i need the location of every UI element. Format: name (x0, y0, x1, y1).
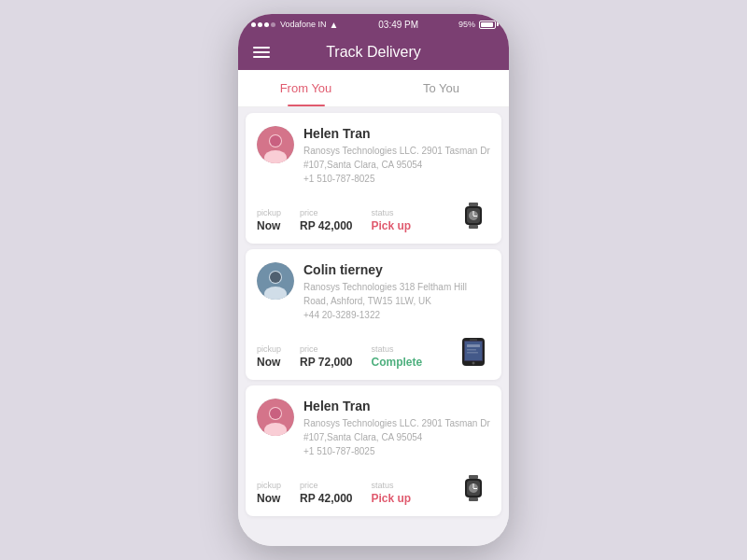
svg-point-14 (270, 272, 281, 283)
contact-address: Ranosys Technologies 318 Feltham Hill Ro… (303, 280, 490, 322)
status-group: status Pick up (372, 208, 412, 232)
svg-point-17 (472, 362, 475, 365)
pickup-group: pickup Now (257, 481, 281, 505)
menu-button[interactable] (253, 47, 270, 58)
price-label: price (300, 208, 353, 217)
status-left: Vodafone IN ▲ (251, 20, 338, 30)
contact-address: Ranosys Technologies LLC. 2901 Tasman Dr… (303, 144, 490, 186)
avatar (257, 399, 294, 436)
svg-rect-28 (469, 497, 478, 501)
pickup-value: Now (257, 492, 281, 505)
avatar (257, 126, 294, 163)
header: Track Delivery (238, 35, 509, 70)
product-icon (457, 335, 490, 369)
signal-dots (251, 22, 275, 27)
delivery-card-0[interactable]: Helen Tran Ranosys Technologies LLC. 290… (246, 113, 501, 244)
price-value: RP 42,000 (300, 219, 353, 232)
svg-point-3 (270, 135, 281, 147)
delivery-card-1[interactable]: Colin tierney Ranosys Technologies 318 F… (246, 249, 501, 380)
pickup-group: pickup Now (257, 208, 281, 232)
card-bottom: pickup Now price RP 42,000 status Pick u… (257, 471, 490, 505)
tab-to-you[interactable]: To You (374, 70, 509, 106)
svg-rect-27 (469, 475, 478, 479)
status-label: status (372, 208, 412, 217)
contact-info: Helen Tran Ranosys Technologies LLC. 290… (303, 399, 490, 458)
pickup-label: pickup (257, 344, 281, 354)
price-group: price RP 42,000 (300, 481, 353, 505)
delivery-card-2[interactable]: Helen Tran Ranosys Technologies LLC. 290… (246, 385, 501, 516)
carrier-label: Vodafone IN (280, 20, 327, 29)
svg-rect-22 (467, 352, 478, 354)
svg-point-26 (270, 408, 281, 419)
svg-rect-18 (470, 340, 477, 341)
status-right: 95% (458, 20, 496, 29)
svg-rect-33 (473, 488, 477, 489)
contact-info: Colin tierney Ranosys Technologies 318 F… (303, 262, 490, 322)
pickup-label: pickup (257, 208, 281, 217)
contact-info: Helen Tran Ranosys Technologies LLC. 290… (303, 126, 490, 186)
status-badge: Pick up (372, 219, 412, 232)
card-bottom: pickup Now price RP 72,000 status Comple… (257, 335, 490, 369)
status-badge: Complete (372, 356, 423, 369)
battery-percent: 95% (458, 20, 475, 29)
info-fields: pickup Now price RP 42,000 status Pick u… (257, 481, 411, 505)
product-icon (457, 199, 490, 232)
tabs-container: From You To You (238, 70, 509, 107)
svg-rect-5 (469, 225, 478, 229)
status-group: status Pick up (372, 481, 412, 505)
price-label: price (300, 481, 353, 490)
time-display: 03:49 PM (378, 20, 418, 30)
battery-icon (479, 21, 496, 29)
status-group: status Complete (372, 344, 423, 369)
card-header: Helen Tran Ranosys Technologies LLC. 290… (257, 399, 490, 458)
price-group: price RP 42,000 (300, 208, 353, 232)
price-label: price (300, 344, 353, 354)
svg-rect-20 (467, 344, 480, 347)
card-header: Colin tierney Ranosys Technologies 318 F… (257, 262, 490, 322)
status-label: status (372, 344, 423, 354)
phone-frame: Vodafone IN ▲ 03:49 PM 95% Track Deliver… (238, 14, 509, 546)
wifi-icon: ▲ (330, 20, 339, 30)
tab-from-you[interactable]: From You (238, 70, 374, 106)
pickup-value: Now (257, 219, 281, 232)
status-bar: Vodafone IN ▲ 03:49 PM 95% (238, 14, 509, 35)
info-fields: pickup Now price RP 72,000 status Comple… (257, 344, 422, 369)
contact-name: Helen Tran (303, 399, 490, 413)
svg-rect-9 (473, 211, 474, 216)
card-bottom: pickup Now price RP 42,000 status Pick u… (257, 199, 490, 232)
status-badge: Pick up (372, 492, 412, 505)
page-title: Track Delivery (326, 44, 421, 61)
product-icon (457, 471, 490, 505)
price-value: RP 42,000 (300, 492, 353, 505)
info-fields: pickup Now price RP 42,000 status Pick u… (257, 208, 411, 232)
status-label: status (372, 481, 412, 490)
pickup-value: Now (257, 356, 281, 369)
pickup-group: pickup Now (257, 344, 281, 369)
pickup-label: pickup (257, 481, 281, 490)
contact-address: Ranosys Technologies LLC. 2901 Tasman Dr… (303, 416, 490, 458)
price-value: RP 72,000 (300, 356, 353, 369)
avatar (257, 262, 294, 300)
contact-name: Helen Tran (303, 126, 490, 141)
svg-rect-21 (467, 349, 476, 351)
svg-rect-10 (473, 216, 477, 217)
deliveries-list: Helen Tran Ranosys Technologies LLC. 290… (238, 107, 509, 546)
svg-rect-4 (469, 203, 478, 206)
price-group: price RP 72,000 (300, 344, 353, 369)
card-header: Helen Tran Ranosys Technologies LLC. 290… (257, 126, 490, 186)
svg-rect-32 (473, 483, 474, 488)
contact-name: Colin tierney (303, 262, 490, 277)
